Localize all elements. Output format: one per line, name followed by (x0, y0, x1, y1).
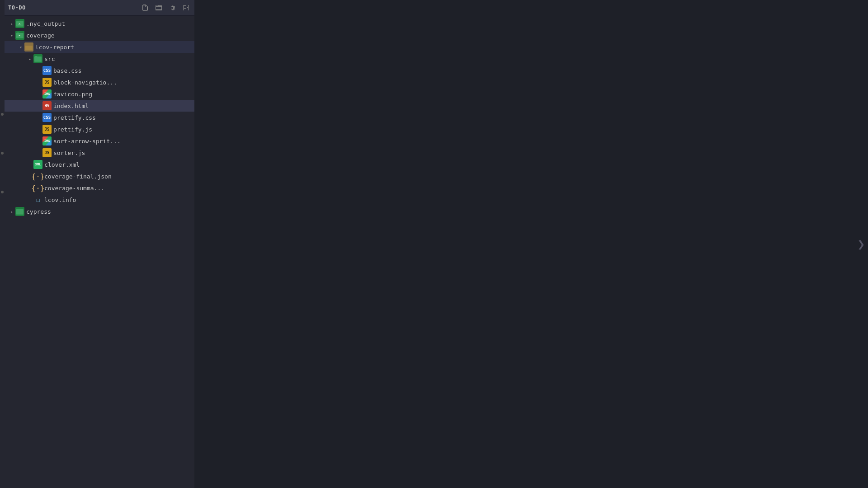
tree-item-block-navigation[interactable]: JS block-navigatio... (5, 76, 194, 88)
file-icon-lcov-info: ☐ (33, 195, 42, 204)
refresh-button[interactable] (167, 3, 177, 13)
label-clover-xml: clover.xml (44, 161, 191, 168)
label-lcov-info: lcov.info (44, 197, 191, 203)
tree-item-base-css[interactable]: CSS base.css (5, 65, 194, 76)
label-block-navigation: block-navigatio... (53, 79, 191, 86)
edge-indicator-2 (1, 152, 4, 155)
label-base-css: base.css (53, 67, 191, 74)
chevron-src (26, 55, 33, 62)
label-prettify-js: prettify.js (53, 126, 191, 133)
tree-item-clover-xml[interactable]: XML clover.xml (5, 159, 194, 170)
main-content (194, 0, 854, 488)
activity-bar-right: ❯ (854, 0, 868, 488)
tree-item-sorter-js[interactable]: JS sorter.js (5, 147, 194, 159)
new-folder-button[interactable] (154, 3, 164, 13)
file-icon-favicon-png: IMG (42, 89, 52, 99)
left-edge (0, 0, 5, 488)
chevron-coverage (8, 32, 15, 39)
file-icon-base-css: CSS (42, 66, 52, 75)
edge-indicator-3 (1, 191, 4, 193)
tree-item-lcov-info[interactable]: ☐ lcov.info (5, 194, 194, 206)
tree-item-favicon-png[interactable]: IMG favicon.png (5, 88, 194, 100)
file-icon-sorter-js: JS (42, 148, 52, 157)
label-favicon-png: favicon.png (53, 91, 191, 98)
file-icon-coverage-final-json: {·} (33, 172, 42, 181)
file-icon-index-html: H5 (42, 101, 52, 110)
file-icon-sort-arrow-sprite: IMG (42, 136, 52, 145)
chevron-nyc-output (8, 20, 15, 27)
edge-indicator-1 (1, 113, 4, 116)
tree-item-prettify-css[interactable]: CSS prettify.css (5, 112, 194, 123)
sidebar: TO-DO (5, 0, 194, 488)
chevron-lcov-report (17, 43, 24, 51)
collapse-all-button[interactable] (181, 3, 191, 13)
tree-item-coverage-final-json[interactable]: {·} coverage-final.json (5, 170, 194, 182)
label-nyc-output: .nyc_output (26, 20, 191, 27)
tree-item-coverage[interactable]: coverage (5, 29, 194, 41)
chevron-cypress (8, 208, 15, 215)
file-icon-prettify-js: JS (42, 125, 52, 134)
tree-item-lcov-report[interactable]: lcov-report (5, 41, 194, 53)
file-icon-coverage-summary: {·} (33, 183, 42, 192)
label-cypress: cypress (26, 208, 191, 215)
label-sort-arrow-sprite: sort-arrow-sprit... (53, 138, 191, 145)
file-icon-clover-xml: XML (33, 160, 42, 169)
tree-item-index-html[interactable]: H5 index.html (5, 100, 194, 112)
file-icon-block-navigation: JS (42, 78, 52, 87)
new-file-button[interactable] (140, 3, 150, 13)
label-coverage-summary: coverage-summa... (44, 185, 191, 192)
tree-item-prettify-js[interactable]: JS prettify.js (5, 123, 194, 135)
folder-icon-cypress (15, 207, 24, 216)
label-prettify-css: prettify.css (53, 114, 191, 121)
label-coverage-final-json: coverage-final.json (44, 173, 191, 180)
sidebar-title: TO-DO (8, 5, 137, 11)
file-tree: .nyc_output coverage lc (5, 16, 194, 488)
folder-icon-nyc-output (15, 19, 24, 28)
label-coverage: coverage (26, 32, 191, 39)
label-sorter-js: sorter.js (53, 150, 191, 156)
svg-rect-2 (25, 46, 33, 50)
file-icon-prettify-css: CSS (42, 113, 52, 122)
folder-icon-lcov-report (24, 42, 33, 52)
tree-item-coverage-summary[interactable]: {·} coverage-summa... (5, 182, 194, 194)
sidebar-header: TO-DO (5, 0, 194, 16)
tree-item-sort-arrow-sprite[interactable]: IMG sort-arrow-sprit... (5, 135, 194, 147)
tree-item-cypress[interactable]: cypress (5, 206, 194, 217)
svg-rect-4 (16, 210, 24, 215)
tree-item-src[interactable]: src (5, 53, 194, 65)
label-lcov-report: lcov-report (35, 44, 191, 51)
label-index-html: index.html (53, 103, 191, 109)
tree-item-nyc-output[interactable]: .nyc_output (5, 18, 194, 29)
expand-right-button[interactable]: ❯ (858, 237, 865, 252)
label-src: src (44, 56, 191, 62)
folder-icon-src (33, 54, 42, 63)
svg-rect-3 (34, 57, 42, 62)
folder-icon-coverage (15, 31, 24, 40)
